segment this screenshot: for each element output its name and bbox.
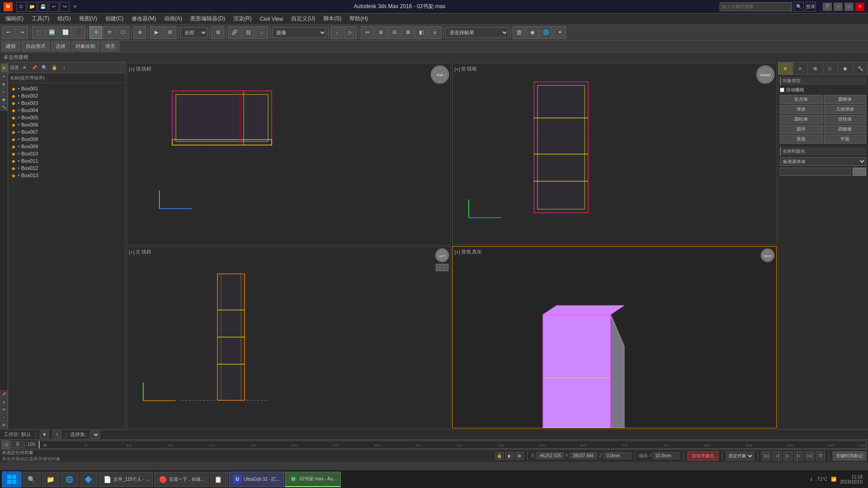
list-item[interactable]: ◆ ✦ Box002	[8, 92, 125, 99]
undo-button[interactable]: ↩	[49, 2, 59, 12]
reference-coord-button[interactable]: ⊕	[133, 26, 146, 39]
list-item[interactable]: ◆ ✦ Box006	[8, 121, 125, 128]
menu-render[interactable]: 渲染(R)	[230, 14, 255, 23]
taskbar-search[interactable]: 🔍	[23, 472, 41, 487]
vp-plus-icon[interactable]: [+]	[129, 66, 135, 72]
hierarchy-tool[interactable]: ⊞	[0, 80, 8, 88]
taskbar-3dsmax[interactable]: M 02书架.max - Au...	[285, 472, 341, 487]
help-button[interactable]: ?	[823, 3, 832, 11]
motion-tool[interactable]: ▷	[0, 88, 8, 95]
percent-snap[interactable]: %	[0, 406, 8, 413]
menu-customize[interactable]: 自定义(U)	[288, 14, 319, 23]
crossing-select-button[interactable]: ⬛	[73, 26, 85, 39]
tab-modeling[interactable]: 建模	[2, 42, 20, 51]
auto-grid-checkbox[interactable]: 自动栅格	[780, 87, 804, 93]
view-cube-front[interactable]: FRONT	[756, 66, 774, 84]
tab-freeform[interactable]: 自由形式	[22, 42, 50, 51]
tab-obj-paint[interactable]: 对象绘制	[71, 42, 99, 51]
render-effects-button[interactable]: ✦	[553, 26, 566, 39]
viewport-front[interactable]: [+] 前 线框 FRONT	[452, 63, 777, 245]
next-frame-btn[interactable]: ▷	[794, 451, 803, 460]
view-cube-left[interactable]: LEFT	[435, 249, 449, 262]
create-geosphere-button[interactable]: 几何球体	[824, 105, 867, 114]
menu-modifiers[interactable]: 修改器(M)	[128, 14, 160, 23]
lock-btn[interactable]: 🔒	[495, 452, 504, 460]
create-plane-button[interactable]: 平面	[824, 135, 867, 144]
modify-tool[interactable]: ≡	[0, 73, 8, 80]
menu-animation[interactable]: 动画(A)	[160, 14, 186, 23]
viewport-top[interactable]: [+] 顶 线框 TOP	[127, 63, 451, 245]
frame-input[interactable]	[11, 441, 24, 448]
create-sphere-button[interactable]: 球体	[780, 105, 823, 114]
menu-civil-view[interactable]: Civil View	[256, 15, 287, 23]
display-tool[interactable]: ◉	[0, 96, 8, 103]
unlink-button[interactable]: ⛓	[242, 26, 255, 39]
render-setup-button[interactable]: ⚙	[164, 26, 176, 39]
time-config-btn[interactable]: ⏱	[816, 451, 825, 460]
viewport-controls[interactable]: ⊟	[0, 421, 8, 428]
goto-start-btn[interactable]: |◁	[762, 451, 771, 460]
mirror-button[interactable]: ⇔	[361, 26, 373, 39]
object-name-input[interactable]	[780, 168, 851, 176]
named-selection-button[interactable]: ⊞	[212, 26, 224, 39]
utilities-tool[interactable]: 🔧	[0, 103, 8, 111]
schematic-view-button[interactable]: 🕸	[513, 26, 525, 39]
menu-script[interactable]: 脚本(S)	[320, 14, 345, 23]
list-item[interactable]: ◆ ✦ Box004	[8, 107, 125, 114]
play-button[interactable]: ▷	[344, 26, 357, 39]
list-item[interactable]: ◆ ✦ Box009	[8, 143, 125, 150]
create-pyramid-button[interactable]: 四棱锥	[824, 125, 867, 134]
select-scale-button[interactable]: ⬡	[117, 26, 129, 39]
rp-tab-hierarchy[interactable]: ⊞	[808, 62, 823, 75]
list-item[interactable]: ◆ ✦ Box011	[8, 157, 125, 164]
goto-end-btn[interactable]: ▷|	[805, 451, 814, 460]
tab-select[interactable]: 选择	[52, 42, 70, 51]
taskbar-chrome[interactable]: 🌐	[61, 472, 79, 487]
angle-snap[interactable]: ∠	[0, 398, 8, 405]
menu-edit[interactable]: 编辑(E)	[2, 14, 27, 23]
menu-create[interactable]: 创建(C)	[102, 14, 127, 23]
maximize-button[interactable]: □	[844, 3, 854, 11]
keyframe-button[interactable]: ⬦	[330, 26, 343, 39]
list-item[interactable]: ◆ ✦ Box010	[8, 150, 125, 157]
primitive-type-select[interactable]: 标准基本体	[780, 157, 866, 166]
timeline-track[interactable]: 0 5 10 15 20 25 30 35 40 45 50 55 60 65 …	[38, 441, 866, 449]
viewport-perspective[interactable]: [+] 透视 真实 PERSP	[452, 246, 777, 428]
list-item[interactable]: ◆ ✦ Box013	[8, 172, 125, 179]
create-tube-button[interactable]: 管状体	[824, 115, 867, 124]
taskbar-browser[interactable]: 🔴 百度一下，你就...	[154, 472, 208, 487]
taskbar-app1[interactable]: 🔷	[80, 472, 98, 487]
list-item[interactable]: ◆ ✦ Box012	[8, 164, 125, 172]
select-move-button[interactable]: ✛	[90, 26, 102, 39]
snap-toggle[interactable]: 📌	[0, 390, 8, 398]
start-button[interactable]	[2, 471, 22, 488]
panel-close-btn[interactable]: ✕	[20, 63, 29, 72]
vp-left-plus-icon[interactable]: [+]	[129, 249, 135, 255]
open-button[interactable]: 📂	[27, 2, 37, 12]
search-input[interactable]	[720, 2, 792, 11]
color-picker[interactable]	[853, 168, 866, 176]
select-region-button[interactable]: ⬜	[59, 26, 72, 39]
auto-grid-check[interactable]	[780, 88, 784, 92]
menu-group[interactable]: 组(G)	[54, 14, 74, 23]
taskbar-clipboard[interactable]: 📋	[210, 472, 228, 487]
isolate-btn[interactable]: ◐	[505, 452, 514, 460]
normal-align-button[interactable]: ⊠	[401, 26, 414, 39]
minimize-button[interactable]: ─	[834, 3, 843, 11]
prev-frame-btn[interactable]: ◁	[773, 451, 782, 460]
redo-button[interactable]: ↪	[60, 2, 70, 12]
rp-tab-display[interactable]: ◉	[838, 62, 853, 75]
create-teapot-button[interactable]: 茶壶	[780, 135, 823, 144]
create-tool[interactable]: ⊕	[0, 63, 8, 72]
selection-set-select[interactable]	[90, 431, 100, 439]
save-button[interactable]: 💾	[38, 2, 48, 12]
bind-wspace-button[interactable]: ○	[255, 26, 268, 39]
viewport-left[interactable]: [+] 左 线框 LEFT ←→	[127, 246, 451, 428]
new-button[interactable]: 🗋	[16, 2, 26, 12]
timeline-prev-btn[interactable]: ◁	[2, 441, 10, 449]
rp-tab-motion[interactable]: ▷	[823, 62, 838, 75]
create-box-button[interactable]: 长方体	[780, 95, 823, 104]
render-button[interactable]: ▶	[150, 26, 163, 39]
create-torus-button[interactable]: 圆环	[780, 125, 823, 134]
panel-lock-btn[interactable]: 🔒	[50, 63, 59, 72]
